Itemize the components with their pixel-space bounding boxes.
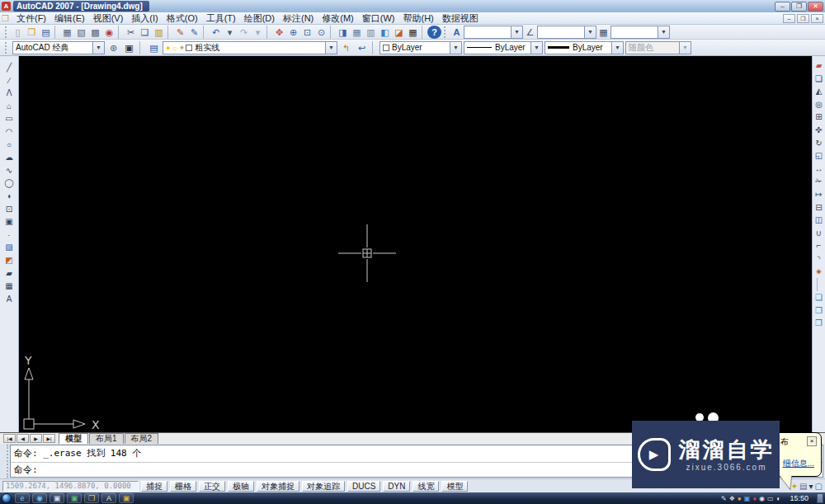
scale-button[interactable]: ◱	[813, 149, 825, 162]
chamfer-button[interactable]: ⌐	[813, 239, 825, 252]
trim-button[interactable]: ✁	[813, 175, 825, 187]
chevron-down-icon[interactable]: ▼	[530, 42, 542, 54]
quickcalc-button[interactable]: ▦	[406, 26, 420, 39]
extend-button[interactable]: ↦	[813, 188, 825, 200]
layer-properties-manager-icon[interactable]: ▤	[147, 41, 161, 54]
zoom-window-button[interactable]: ⊡	[300, 26, 314, 39]
chevron-down-icon[interactable]: ▼	[511, 26, 522, 38]
move-button[interactable]: ✜	[813, 124, 825, 136]
close-button[interactable]: ✕	[808, 2, 823, 12]
table-button[interactable]: ▦	[2, 280, 16, 292]
tray-network-icon[interactable]: ▭	[767, 495, 774, 502]
make-block-button[interactable]: ▣	[2, 215, 16, 228]
ellipse-arc-button[interactable]: ◖	[2, 190, 16, 202]
plot-button[interactable]: ▦	[60, 26, 74, 39]
join-button[interactable]: ∪	[813, 227, 825, 239]
erase-button[interactable]: ▰	[813, 59, 825, 72]
polygon-button[interactable]: ⌂	[2, 100, 16, 112]
rotate-button[interactable]: ↻	[813, 137, 825, 149]
mirror-button[interactable]: ◭	[813, 85, 825, 97]
hatch-button[interactable]: ▨	[2, 241, 16, 253]
break-at-point-button[interactable]: ⊟	[813, 201, 825, 214]
zoom-realtime-button[interactable]: ⊕	[286, 26, 300, 39]
region-button[interactable]: ▰	[2, 267, 16, 280]
workspace-combo[interactable]: AutoCAD 经典 ▼	[12, 41, 105, 54]
toolbar-grip[interactable]	[5, 26, 8, 38]
fillet-button[interactable]: ◝	[813, 252, 825, 265]
menu-item-modify[interactable]: 修改(M)	[318, 12, 358, 25]
make-object-layer-current-icon[interactable]: ↰	[339, 41, 353, 54]
menu-item-edit[interactable]: 编辑(E)	[50, 12, 89, 25]
open-button[interactable]: ❒	[25, 26, 39, 39]
taskbar-folder-button[interactable]: ❒	[84, 493, 99, 503]
tray-volume-icon[interactable]: ◖	[776, 495, 780, 502]
model-space-button[interactable]: 模型	[441, 481, 468, 492]
menu-item-draw[interactable]: 绘图(D)	[240, 12, 279, 25]
polar-toggle[interactable]: 极轴	[228, 481, 254, 492]
osnap-toggle[interactable]: 对象捕捉	[257, 481, 299, 492]
layer-previous-icon[interactable]: ↩	[355, 41, 369, 54]
lineweight-combo[interactable]: ByLayer ▼	[544, 41, 624, 54]
coordinates-readout[interactable]: 1509.2674, 1496.8870, 0.0000	[2, 481, 139, 492]
revision-cloud-button[interactable]: ☁	[2, 151, 16, 163]
redo-dropdown[interactable]: ▾	[251, 26, 265, 39]
tray-pen-icon[interactable]: ✎	[721, 495, 727, 502]
tray-link-icon[interactable]: ❖	[729, 495, 735, 502]
color-combo[interactable]: ByLayer ▼	[380, 41, 462, 54]
chevron-down-icon[interactable]: ▼	[611, 42, 623, 54]
workspace-settings-icon[interactable]: ⊛	[106, 41, 120, 54]
layer-freeze-icon[interactable]: ☼	[171, 44, 177, 52]
balloon-close-icon[interactable]: ×	[807, 436, 817, 446]
show-desktop-button[interactable]	[817, 493, 823, 503]
tray-blue-icon[interactable]: ▣	[744, 495, 751, 502]
taskbar-ie-button[interactable]: e	[15, 493, 30, 503]
construction-line-button[interactable]: ∕	[2, 74, 16, 87]
tool-palettes-button[interactable]: ▥	[364, 26, 378, 39]
lineweight-toggle[interactable]: 线宽	[412, 481, 439, 492]
tray-gray-icon[interactable]: ◉	[759, 495, 765, 502]
otrack-toggle[interactable]: 对象追踪	[302, 481, 345, 492]
menu-item-help[interactable]: 帮助(H)	[398, 12, 437, 25]
array-button[interactable]: ⊞	[813, 111, 825, 123]
3d-dwf-button[interactable]: ◉	[102, 26, 116, 39]
menu-item-insert[interactable]: 插入(I)	[127, 12, 162, 25]
taskbar-browser-button[interactable]: ◉	[32, 493, 47, 503]
menu-item-window[interactable]: 窗口(W)	[358, 12, 399, 25]
ellipse-button[interactable]: ◯	[2, 177, 16, 189]
layer-combo[interactable]: ●☼✦ 粗实线 ▼	[163, 41, 337, 54]
grid-toggle[interactable]: 栅格	[170, 481, 196, 492]
send-to-back-button[interactable]: ❐	[813, 304, 825, 317]
plot-notify-icon[interactable]: ▤	[799, 482, 807, 491]
taskbar-explorer-button[interactable]: ▣	[50, 493, 64, 503]
polyline-button[interactable]: Λ	[2, 87, 16, 99]
dim-style-combo[interactable]: ▼	[537, 26, 596, 39]
redo-button[interactable]: ↷	[237, 26, 251, 39]
menu-item-file[interactable]: 文件(F)	[12, 12, 50, 25]
ducs-toggle[interactable]: DUCS	[347, 481, 380, 492]
pan-button[interactable]: ✥	[272, 26, 286, 39]
help-button[interactable]: ?	[427, 26, 441, 39]
stretch-button[interactable]: ↔	[813, 163, 825, 175]
circle-button[interactable]: ○	[2, 139, 16, 151]
cut-button[interactable]: ✂	[124, 26, 138, 39]
chevron-down-icon[interactable]: ▼	[658, 26, 669, 38]
tab-layout2[interactable]: 布局2	[125, 433, 159, 444]
mdi-close-button[interactable]: ×	[811, 14, 823, 23]
taskbar-green-app-button[interactable]: ▣	[67, 493, 82, 503]
text-style-combo[interactable]: ▼	[464, 26, 523, 39]
undo-dropdown[interactable]: ▾	[223, 26, 237, 39]
tray-red-icon[interactable]: ●	[752, 495, 757, 502]
mdi-minimize-button[interactable]: –	[783, 14, 795, 23]
toolbar-grip[interactable]	[444, 26, 447, 38]
balloon-details-link[interactable]: 细信息...	[783, 458, 814, 469]
taskbar-viewer-button[interactable]: ▣	[119, 493, 134, 503]
dyn-toggle[interactable]: DYN	[383, 481, 410, 492]
mdi-restore-button[interactable]: ❐	[797, 14, 809, 23]
point-button[interactable]: ∙	[2, 228, 16, 241]
tab-first-button[interactable]: |◀	[3, 434, 16, 443]
match-properties-button[interactable]: ✎	[173, 26, 187, 39]
chevron-down-icon[interactable]: ▼	[584, 26, 596, 38]
block-editor-button[interactable]: ✎	[187, 26, 201, 39]
snap-toggle[interactable]: 捕捉	[141, 481, 167, 492]
text-style-icon[interactable]: A	[450, 26, 464, 39]
